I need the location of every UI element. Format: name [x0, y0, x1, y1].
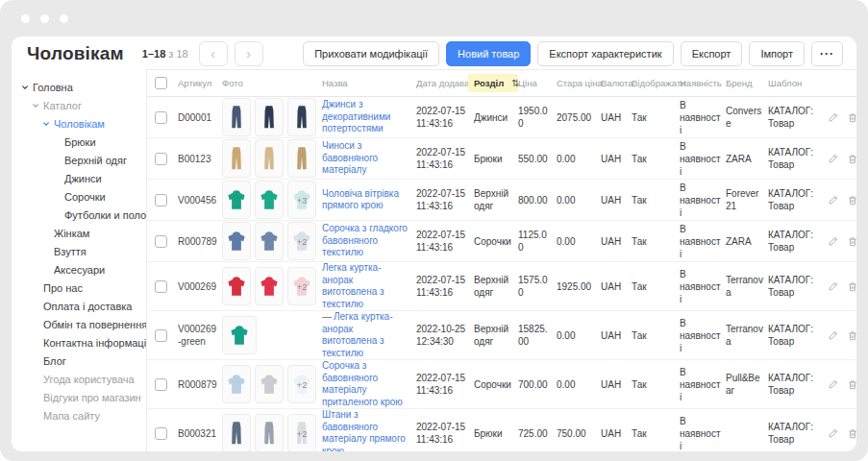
sidebar-item[interactable]: Контактна інформація — [12, 333, 146, 352]
column-header-date[interactable]: Дата додавання — [416, 78, 474, 88]
admin-panel: Чоловікам 1–18 з 18 ‹ › Приховати модифі… — [12, 36, 856, 451]
edit-icon[interactable] — [828, 194, 839, 206]
sidebar-item[interactable]: Аксесуари — [12, 260, 146, 279]
column-header-old_price[interactable]: Стара ціна — [557, 78, 601, 88]
row-checkbox[interactable] — [155, 329, 167, 342]
sidebar-item[interactable]: Взуття — [12, 242, 146, 260]
sidebar-item[interactable]: Верхній одяг — [12, 151, 146, 169]
sidebar-item[interactable]: Про нас — [12, 279, 146, 297]
product-availability: В наявності — [680, 268, 726, 305]
row-checkbox[interactable] — [155, 194, 167, 206]
column-header-display[interactable]: Відображати — [632, 78, 680, 88]
sidebar-item[interactable]: Оплата і доставка — [12, 297, 146, 315]
product-name-link[interactable]: Джинси з декоративними потертостями — [322, 99, 390, 133]
product-photo[interactable] — [222, 414, 251, 451]
product-name-link[interactable]: Чоловіча вітрівка прямого крою — [322, 188, 399, 211]
product-photo[interactable] — [255, 98, 284, 136]
row-checkbox[interactable] — [155, 111, 167, 124]
export-button[interactable]: Експорт — [681, 41, 743, 66]
edit-icon[interactable] — [828, 427, 839, 439]
product-name-link[interactable]: Чиноси з бавовняного матеріалу — [322, 140, 378, 175]
column-header-name[interactable]: Назва — [322, 78, 416, 88]
product-photo[interactable] — [255, 414, 284, 451]
column-header-artikul[interactable]: Артикул — [178, 78, 222, 88]
sidebar-item[interactable]: Головна — [12, 78, 146, 96]
product-name-link[interactable]: Легка куртка-анорак виготовлена з тексти… — [322, 311, 393, 358]
column-header-template[interactable]: Шаблон — [768, 78, 824, 88]
product-display: Так — [632, 235, 680, 248]
edit-icon[interactable] — [828, 378, 839, 390]
column-header-photo[interactable]: Фото — [222, 78, 322, 88]
row-checkbox[interactable] — [155, 280, 167, 293]
edit-icon[interactable] — [828, 153, 839, 164]
delete-icon[interactable] — [847, 194, 856, 206]
edit-icon[interactable] — [828, 235, 839, 247]
sidebar-item[interactable]: Сорочки — [12, 187, 146, 206]
delete-icon[interactable] — [847, 427, 856, 440]
row-checkbox[interactable] — [155, 378, 167, 391]
product-photo[interactable] — [222, 222, 251, 260]
row-checkbox[interactable] — [155, 427, 167, 440]
export-characteristics-button[interactable]: Експорт характеристик — [537, 41, 673, 66]
product-photo[interactable] — [255, 181, 284, 219]
product-photo[interactable] — [255, 139, 284, 178]
import-button[interactable]: Імпорт — [749, 41, 805, 66]
column-header-price[interactable]: Ціна — [518, 78, 557, 88]
delete-icon[interactable] — [847, 235, 856, 248]
product-photo[interactable] — [287, 139, 316, 178]
product-photo[interactable]: +3 — [287, 181, 316, 219]
photo-count-badge: +3 — [297, 195, 308, 206]
delete-icon[interactable] — [847, 111, 856, 124]
sidebar-item[interactable]: Брюки — [12, 133, 146, 151]
select-all-checkbox[interactable] — [155, 77, 167, 89]
next-page-button[interactable]: › — [235, 41, 263, 66]
row-checkbox[interactable] — [155, 153, 167, 165]
edit-icon[interactable] — [828, 329, 839, 341]
column-header-brand[interactable]: Бренд — [726, 78, 768, 88]
new-product-button[interactable]: Новий товар — [446, 41, 531, 66]
delete-icon[interactable] — [847, 329, 856, 342]
product-photo[interactable] — [255, 267, 284, 305]
product-photo[interactable] — [222, 98, 251, 136]
product-photo[interactable]: +2 — [287, 267, 316, 305]
product-photo[interactable] — [222, 316, 257, 354]
row-checkbox[interactable] — [155, 235, 167, 248]
sidebar-item[interactable]: Футболки и поло — [12, 206, 146, 224]
edit-icon[interactable] — [828, 111, 839, 123]
sidebar-item[interactable]: Блог — [12, 352, 146, 370]
sidebar-item[interactable]: Джинси — [12, 169, 146, 187]
product-photo[interactable]: +2 — [287, 365, 316, 403]
column-header-section[interactable]: Розділ⇅ — [468, 74, 518, 92]
product-photo[interactable]: +2 — [287, 222, 316, 260]
sidebar-item[interactable]: Відгуки про магазин — [12, 388, 146, 406]
product-date: 2022-07-15 11:43:16 — [416, 274, 474, 299]
product-name-link[interactable]: Легка куртка-анорак виготовлена з тексти… — [322, 262, 384, 309]
column-header-currency[interactable]: Валюта — [601, 78, 632, 88]
sidebar-item[interactable]: Чоловікам — [12, 114, 146, 133]
product-name-link[interactable]: Сорочка з бавовняного матеріалу притален… — [322, 360, 403, 407]
delete-icon[interactable] — [847, 280, 856, 293]
table-row: B000321+2Штани з бавовняного матеріалу п… — [147, 409, 856, 451]
sidebar-item[interactable]: Обмін та повернення — [12, 315, 146, 333]
sidebar-item[interactable]: Угода користувача — [12, 370, 146, 388]
product-photo[interactable] — [222, 139, 251, 178]
product-photo[interactable]: +2 — [287, 414, 316, 451]
product-name-link[interactable]: Сорочка з гладкого бавовняного текстилю — [322, 223, 408, 257]
product-photo[interactable] — [255, 365, 284, 403]
product-photo[interactable] — [222, 365, 251, 403]
sidebar-item[interactable]: Мапа сайту — [12, 406, 146, 425]
hide-modifications-button[interactable]: Приховати модифікації — [303, 41, 439, 66]
delete-icon[interactable] — [847, 378, 856, 391]
product-name-link[interactable]: Штани з бавовняного матеріалу прямого кр… — [322, 409, 406, 451]
sidebar-item[interactable]: Жінкам — [12, 224, 146, 242]
more-actions-button[interactable]: ··· — [811, 41, 843, 66]
sidebar-item[interactable]: Каталог — [12, 96, 146, 114]
product-photo[interactable] — [287, 98, 316, 136]
product-photo[interactable] — [222, 267, 251, 305]
prev-page-button[interactable]: ‹ — [199, 41, 228, 66]
column-header-availability[interactable]: Наявність — [680, 78, 726, 88]
product-photo[interactable] — [222, 181, 251, 219]
product-photo[interactable] — [255, 222, 284, 260]
edit-icon[interactable] — [828, 280, 839, 292]
delete-icon[interactable] — [847, 153, 856, 165]
